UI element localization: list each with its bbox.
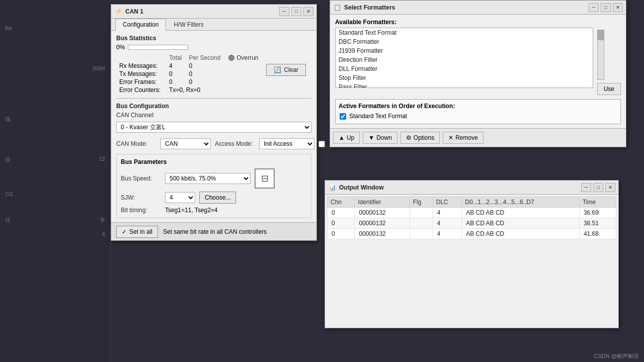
down-label: Down [376, 134, 392, 141]
row1-flg [410, 208, 433, 218]
output-maximize-btn[interactable]: □ [593, 183, 603, 192]
list-scrollbar[interactable] [597, 30, 604, 80]
error-counters-value: Tx=0, Rx=0 [166, 86, 263, 94]
row1-identifier: 00000132 [355, 208, 410, 218]
bus-diagram-icon: ⊟ [255, 168, 275, 189]
set-in-all-button[interactable]: ✓ Set in all [116, 226, 158, 238]
output-header-row: Chn Identifier Flg DLC D0...1...2...3...… [328, 197, 616, 208]
active-formatters-label: Active Formatters in Order of Execution: [339, 103, 617, 110]
formatters-icon: 📋 [333, 4, 341, 12]
row2-data: AB CD AB CD [462, 218, 580, 229]
scrollbar-thumb[interactable] [598, 30, 604, 40]
access-mode-label: Access Mode: [215, 140, 255, 147]
options-icon: ⚙ [406, 134, 412, 141]
bus-configuration-section: Bus Configuration CAN Channel: 0 - Kvase… [116, 103, 311, 151]
options-button[interactable]: ⚙ Options [400, 132, 440, 144]
list-item-dbc[interactable]: DBC Formatter [336, 37, 593, 46]
formatters-window-controls: ─ □ ✕ [589, 3, 623, 12]
bus-params-title: Bus Parameters [121, 158, 307, 165]
use-button[interactable]: Use [597, 83, 621, 95]
active-item-text: Standard Text Format [349, 113, 407, 120]
active-item-checkbox[interactable] [340, 113, 346, 120]
formatters-window-title: Select Formatters [344, 4, 586, 11]
formatters-list[interactable]: Standard Text Format DBC Formatter J1939… [335, 28, 593, 88]
can-mode-label: CAN Mode: [116, 140, 156, 147]
table-row: 0 00000132 4 AB CD AB CD 38.51 [328, 218, 616, 229]
formatters-action-buttons: ▲ Up ▼ Down ⚙ Options ✕ Remove [330, 128, 626, 147]
error-total: 0 [166, 78, 186, 86]
bg-text-9: 6 [102, 231, 105, 237]
clear-button[interactable]: 🔄 Clear [266, 64, 306, 76]
rx-total: 4 [166, 62, 186, 70]
choose-button[interactable]: Choose... [199, 192, 236, 204]
down-button[interactable]: ▼ Down [363, 132, 397, 144]
col-flg: Flg [410, 197, 433, 208]
output-minimize-btn[interactable]: ─ [581, 183, 591, 192]
tab-configuration[interactable]: Configuration [115, 19, 166, 31]
error-overrun [225, 78, 263, 86]
list-container: Standard Text Format DBC Formatter J1939… [335, 28, 593, 95]
output-close-btn[interactable]: ✕ [605, 183, 615, 192]
can-mode-select[interactable]: CAN [160, 138, 211, 149]
table-row: 0 00000132 4 AB CD AB CD 41.68 [328, 229, 616, 239]
silent-mode-checkbox[interactable] [318, 141, 325, 147]
row2-identifier: 00000132 [355, 218, 410, 229]
formatters-side-btns: Use [597, 28, 621, 95]
bus-speed-row: Bus Speed: 500 kbit/s, 75.0% ⊟ [121, 168, 307, 189]
bus-speed-select[interactable]: 500 kbit/s, 75.0% [165, 173, 251, 184]
bg-text-3: 设 [5, 156, 11, 163]
left-panel-bg: Re 现 设 GS 任 0084 12 专 6 ... [0, 0, 111, 362]
stats-table: Total Per Second Overrun Rx Messag [116, 54, 311, 94]
bg-text-5: 任 [5, 216, 11, 224]
clear-btn-cell: 🔄 Clear [263, 62, 311, 86]
formatters-maximize-btn[interactable]: □ [601, 3, 611, 12]
list-item-dll[interactable]: DLL Formatter [336, 64, 593, 73]
can-window: ⚡ CAN 1 ─ □ ✕ Configuration H/W Filters … [111, 4, 317, 241]
tx-overrun [225, 70, 263, 78]
can-close-btn[interactable]: ✕ [303, 7, 313, 16]
bus-diagram: ⊟ [261, 173, 269, 184]
bg-text-10: ... [101, 153, 105, 159]
overrun-circle [228, 55, 234, 61]
list-item-stop[interactable]: Stop Filter [336, 73, 593, 82]
output-icon: 📊 [328, 184, 336, 192]
active-formatters-section: Active Formatters in Order of Execution:… [335, 99, 621, 124]
overrun-label: Overrun [228, 54, 260, 61]
formatters-close-btn[interactable]: ✕ [613, 3, 623, 12]
bus-statistics-section: Bus Statistics 0% Total Per Second Overr… [116, 35, 311, 94]
watermark: CSDN @耐声耐语 [594, 352, 639, 360]
can-minimize-btn[interactable]: ─ [279, 7, 289, 16]
remove-button[interactable]: ✕ Remove [443, 132, 484, 144]
sjw-label: SJW: [121, 194, 161, 201]
row2-dlc: 4 [433, 218, 461, 229]
bus-statistics-title: Bus Statistics [116, 35, 311, 42]
can-channel-label: CAN Channel: [116, 112, 156, 119]
formatters-titlebar: 📋 Select Formatters ─ □ ✕ [330, 1, 626, 15]
bus-speed-label: Bus Speed: [121, 175, 161, 182]
col-per-second: Per Second [186, 54, 225, 62]
access-mode-select[interactable]: Init Access [259, 138, 314, 149]
up-button[interactable]: ▲ Up [333, 132, 360, 144]
formatters-minimize-btn[interactable]: ─ [589, 3, 599, 12]
list-item-pass[interactable]: Pass Filter [336, 82, 593, 88]
can-channel-select[interactable]: 0 - Kvaser 立富L [116, 122, 311, 133]
rx-overrun [225, 62, 263, 70]
col-identifier: Identifier [355, 197, 410, 208]
available-formatters-label: Available Formatters: [335, 19, 621, 26]
list-item-j1939[interactable]: J1939 Formatter [336, 46, 593, 55]
error-label: Error Frames: [116, 78, 166, 86]
col-chn: Chn [328, 197, 355, 208]
list-item-standard[interactable]: Standard Text Format [336, 28, 593, 37]
row1-dlc: 4 [433, 208, 461, 218]
clear-label: Clear [284, 66, 298, 73]
list-item-direction[interactable]: Direction Filter [336, 55, 593, 64]
row2-flg [410, 218, 433, 229]
tx-per-second: 0 [186, 70, 225, 78]
can-maximize-btn[interactable]: □ [291, 7, 301, 16]
output-table: Chn Identifier Flg DLC D0...1...2...3...… [327, 197, 616, 239]
col-clear [263, 54, 311, 62]
sjw-select[interactable]: 4 [165, 192, 195, 203]
tab-hw-filters[interactable]: H/W Filters [166, 19, 211, 31]
bit-timing-value: Tseg1=11, Tseg2=4 [165, 207, 218, 214]
row2-chn: 0 [328, 218, 355, 229]
